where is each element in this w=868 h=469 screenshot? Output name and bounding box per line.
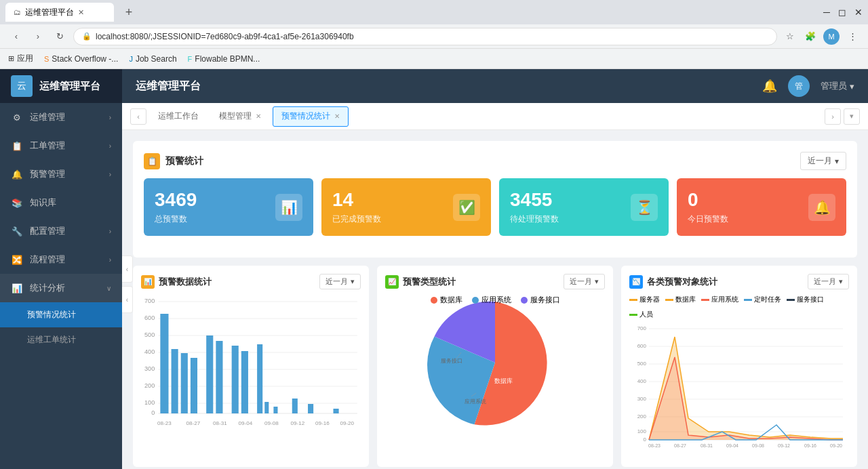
stats-section-header: 📋 预警统计 近一月 ▾: [144, 152, 846, 170]
svg-text:09-08: 09-08: [752, 443, 764, 448]
svg-rect-16: [160, 314, 168, 413]
stats-filter-btn[interactable]: 近一月 ▾: [800, 152, 846, 170]
sidebar-item-kb[interactable]: 📚 知识库: [0, 188, 122, 217]
svg-text:09-20: 09-20: [340, 420, 354, 426]
server-legend-label: 服务器: [639, 295, 660, 304]
line-chart-icon: 📉: [629, 275, 643, 289]
maximize-button[interactable]: ◻: [838, 7, 846, 18]
stats-icon: 📊: [11, 282, 23, 294]
tab-workbench[interactable]: 运维工作台: [149, 106, 208, 127]
pie-chart-title: 📈 预警类型统计: [385, 275, 456, 289]
tab-model[interactable]: 模型管理 ✕: [210, 106, 270, 127]
svg-text:400: 400: [637, 378, 647, 384]
pending-alerts-icon: ⏳: [631, 194, 658, 221]
bar-chart-title-text: 预警数据统计: [159, 276, 212, 288]
extensions-icon[interactable]: 🧩: [803, 29, 818, 44]
pending-alerts-label: 待处理预警数: [510, 213, 559, 225]
people-legend-line: [629, 314, 637, 316]
profile-icon[interactable]: M: [823, 28, 840, 45]
tab-alert-stats-label: 预警情况统计: [281, 110, 330, 122]
sidebar-config-label: 配置管理: [30, 225, 102, 237]
sidebar-subitem-ops-stats[interactable]: 运维工单统计: [0, 327, 122, 352]
stats-filter-dropdown-icon: ▾: [835, 157, 839, 166]
pie-filter-dropdown-icon: ▾: [595, 277, 599, 286]
sidebar-collapse-btn[interactable]: ‹: [122, 256, 133, 283]
pie-legend-app: 应用系统: [472, 295, 511, 305]
cron-legend-label: 定时任务: [754, 295, 781, 304]
svg-text:300: 300: [637, 396, 647, 402]
bar-chart-svg: 700 600 500 400 300 200 100 0: [141, 295, 361, 430]
sidebar-menu: ⚙ 运维管理 › 📋 工单管理 › 🔔 预警管理 › 📚 知识库 🔧 配置管理: [0, 103, 122, 469]
db-legend-line: [665, 299, 673, 301]
bookmark-jobsearch[interactable]: J Job Search: [129, 54, 176, 64]
tab-left-btn[interactable]: ‹: [130, 108, 146, 125]
svg-text:200: 200: [144, 382, 155, 389]
line-chart-filter-label: 近一月: [814, 277, 836, 287]
pie-chart: 数据库 应用系统 服务接口: [385, 295, 605, 430]
svg-text:09-08: 09-08: [264, 420, 279, 426]
sidebar-ops-label: 运维管理: [30, 111, 102, 123]
legend-db: 数据库: [665, 295, 696, 304]
sidebar: 云 运维管理平台 ⚙ 运维管理 › 📋 工单管理 › 🔔 预警管理 › 📚 知识…: [0, 69, 122, 469]
new-tab-button[interactable]: +: [119, 3, 138, 22]
db-legend-label: 数据库: [440, 295, 462, 305]
tab-alert-stats-close[interactable]: ✕: [334, 113, 340, 120]
tab-close-btn[interactable]: ✕: [78, 8, 84, 17]
address-bar[interactable]: 🔒 localhost:8080/;JSESSIONID=7ed680c9-ab…: [73, 28, 777, 45]
tab-alert-stats[interactable]: 预警情况统计 ✕: [273, 106, 349, 127]
pie-legend: 数据库 应用系统 服务接口: [385, 295, 605, 305]
pie-legend-db: 数据库: [431, 295, 462, 305]
pie-chart-filter[interactable]: 近一月 ▾: [564, 274, 605, 289]
svg-text:09-04: 09-04: [726, 443, 738, 448]
star-icon[interactable]: ☆: [783, 29, 797, 44]
back-button[interactable]: ‹: [8, 28, 24, 45]
svg-text:100: 100: [637, 428, 647, 434]
bookmark-jobsearch-label: Job Search: [136, 54, 177, 64]
line-chart: 700 600 500 400 300 200 100 0: [629, 323, 849, 459]
people-legend-label: 人员: [639, 310, 653, 319]
minimize-button[interactable]: ─: [823, 7, 830, 18]
tab-right-nav-btn[interactable]: ›: [825, 108, 841, 125]
line-chart-title: 📉 各类预警对象统计: [629, 275, 717, 289]
browser-tab[interactable]: 🗂 运维管理平台 ✕: [5, 3, 114, 22]
tab-dropdown-btn[interactable]: ▾: [844, 108, 860, 125]
api-legend-label: 服务接口: [530, 295, 560, 305]
alert-stats-label: 预警情况统计: [27, 309, 76, 321]
config-arrow-icon: ›: [109, 228, 111, 235]
tab-model-close[interactable]: ✕: [256, 113, 261, 120]
svg-text:500: 500: [637, 361, 647, 367]
svg-text:0: 0: [644, 436, 647, 443]
workorder-icon: 📋: [11, 140, 23, 152]
svg-rect-19: [191, 358, 197, 413]
config-icon: 🔧: [11, 225, 23, 237]
svg-text:08-23: 08-23: [157, 420, 172, 426]
close-button[interactable]: ✕: [854, 7, 863, 18]
bookmark-stackoverflow[interactable]: S Stack Overflow -...: [44, 54, 118, 64]
user-menu[interactable]: 管理员 ▾: [821, 80, 854, 92]
bookmark-apps[interactable]: ⊞ 应用: [8, 53, 33, 64]
sidebar-item-alert[interactable]: 🔔 预警管理 ›: [0, 160, 122, 188]
svg-text:08-27: 08-27: [674, 443, 686, 448]
bell-icon[interactable]: 🔔: [762, 79, 777, 94]
sidebar-item-flow[interactable]: 🔀 流程管理 ›: [0, 245, 122, 274]
bookmark-flowable[interactable]: F Flowable BPMN...: [188, 54, 260, 64]
main-content: 运维管理平台 🔔 管 管理员 ▾ ‹ 运维工作台 模型管理 ✕ 预警情: [122, 69, 868, 469]
svg-text:300: 300: [144, 365, 155, 372]
line-filter-dropdown-icon: ▾: [839, 277, 843, 286]
sidebar-item-workorder[interactable]: 📋 工单管理 ›: [0, 131, 122, 160]
app-title: 运维管理平台: [39, 80, 100, 93]
sidebar-item-stats[interactable]: 📊 统计分析 ∨: [0, 274, 122, 302]
sidebar-item-ops[interactable]: ⚙ 运维管理 ›: [0, 103, 122, 131]
content-collapse-btn[interactable]: ‹: [122, 286, 133, 313]
refresh-button[interactable]: ↻: [52, 28, 68, 45]
url-text: localhost:8080/;JSESSIONID=7ed680c9-ab9f…: [96, 32, 354, 41]
bar-chart-filter[interactable]: 近一月 ▾: [319, 274, 361, 289]
top-nav-left: 运维管理平台: [136, 79, 201, 94]
sidebar-subitem-alert-stats[interactable]: 预警情况统计: [0, 302, 122, 327]
sidebar-item-config[interactable]: 🔧 配置管理 ›: [0, 217, 122, 245]
window-controls: ─ ◻ ✕: [823, 7, 863, 18]
line-chart-filter[interactable]: 近一月 ▾: [808, 274, 849, 289]
menu-icon[interactable]: ⋮: [845, 29, 860, 44]
forward-button[interactable]: ›: [30, 28, 46, 45]
flow-arrow-icon: ›: [109, 256, 111, 264]
